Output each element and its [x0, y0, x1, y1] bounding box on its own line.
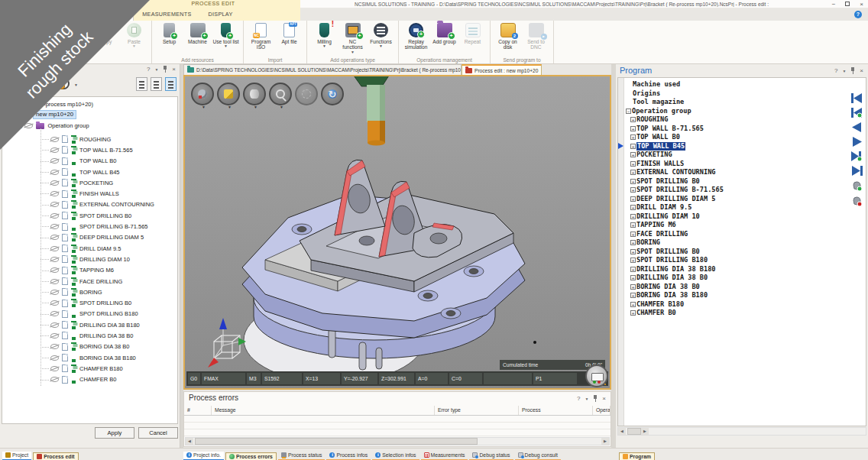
program-operation-row[interactable]: EXTERNAL CONTOURNING — [626, 168, 844, 177]
list-view-2-button[interactable] — [151, 77, 162, 91]
ribbon-button[interactable]: Functions ▼ — [367, 22, 395, 47]
info-tab[interactable]: Process errors — [225, 452, 277, 460]
info-tab[interactable]: Measurements — [421, 452, 468, 460]
column-header[interactable]: Operatio — [593, 406, 611, 415]
info-tab[interactable]: Process infos — [326, 452, 371, 460]
program-group-row[interactable]: Operation group — [626, 107, 844, 116]
info-tab[interactable]: Debug status — [469, 452, 513, 460]
scrollbar-thumb[interactable] — [195, 438, 478, 445]
operation-row[interactable]: SPOT DRILLING B0 — [45, 297, 176, 308]
visibility-eye-icon[interactable] — [50, 322, 59, 328]
visibility-eye-icon[interactable] — [50, 267, 59, 273]
panel-pin-icon[interactable] — [850, 67, 855, 74]
ribbon-button[interactable]: NC functions ▼ — [338, 22, 367, 53]
program-operation-row[interactable]: SPOT DRILLING B180 — [626, 256, 844, 265]
operation-row[interactable]: TOP WALL B45 — [45, 167, 176, 177]
visibility-eye-icon[interactable] — [50, 290, 59, 295]
ribbon-button[interactable]: Milling ▼ — [310, 22, 338, 47]
ribbon-button[interactable]: Add group — [430, 22, 458, 44]
program-operation-row[interactable]: SPOT DRILLING B0 — [626, 177, 844, 186]
column-header[interactable]: Error type — [435, 406, 519, 415]
horizontal-scrollbar[interactable]: ◀ ▶ — [185, 437, 610, 445]
expand-box-icon[interactable] — [630, 205, 636, 210]
program-operation-row[interactable]: BORING DIA 38 B180 — [626, 291, 844, 300]
visibility-eye-icon[interactable] — [50, 170, 59, 175]
scrollbar-thumb[interactable] — [627, 428, 641, 435]
grab-add-icon[interactable] — [851, 180, 863, 191]
visibility-eye-icon[interactable] — [50, 158, 59, 164]
visibility-eye-icon[interactable] — [50, 366, 59, 371]
go-to-start-icon[interactable] — [851, 93, 863, 103]
expand-box-icon[interactable] — [630, 134, 636, 140]
chevron-down-icon[interactable]: ▼ — [74, 83, 78, 87]
expand-box-icon[interactable] — [630, 187, 636, 193]
help-icon[interactable]: ? — [854, 11, 862, 18]
expand-box-icon[interactable] — [630, 293, 636, 298]
tab-process-edit[interactable]: Process edit : new mp10+20 — [462, 64, 542, 75]
visibility-eye-icon[interactable] — [50, 213, 59, 219]
operation-row[interactable]: SPOT DRILLING B-71.565 — [45, 221, 176, 232]
tool-button[interactable]: ▼ — [243, 83, 266, 105]
operation-row[interactable]: FACE DRILLING — [45, 276, 176, 287]
expand-box-icon[interactable] — [630, 161, 636, 167]
tree-group-node[interactable]: ◢ Operation group — [18, 122, 89, 129]
ribbon-button[interactable]: Use tool list ▼ — [212, 22, 240, 47]
play-to-next-icon[interactable] — [851, 151, 863, 161]
visibility-eye-icon[interactable] — [50, 333, 59, 339]
program-panel-tab[interactable]: Program — [619, 452, 655, 460]
expand-box-icon[interactable] — [630, 170, 636, 175]
visibility-eye-icon[interactable] — [50, 279, 59, 284]
expand-box-icon[interactable] — [630, 214, 636, 219]
visibility-eye-icon[interactable] — [50, 137, 59, 142]
program-operation-row[interactable]: BORING DIA 38 B0 — [626, 283, 844, 292]
program-static-row[interactable]: Machine used — [626, 80, 844, 89]
operation-row[interactable]: BORING DIA 38 B180 — [45, 352, 176, 363]
visibility-eye-icon[interactable] — [50, 235, 59, 240]
program-operation-row[interactable]: FINISH WALLS — [626, 160, 844, 169]
panel-help-icon[interactable]: ? — [147, 66, 150, 73]
expand-box-icon[interactable] — [630, 222, 636, 228]
operation-row[interactable]: DRILL DIAM 9.5 — [45, 243, 176, 254]
list-view-3-button[interactable] — [165, 77, 177, 91]
program-operation-row[interactable]: DRILLING DIAM 10 — [626, 212, 844, 222]
play-icon[interactable] — [851, 137, 863, 147]
go-to-start-add-icon[interactable] — [851, 108, 863, 118]
operation-row[interactable]: ROUGHING — [45, 134, 176, 144]
panel-pin-icon[interactable] — [593, 395, 598, 402]
operation-row[interactable]: BORING DIA 38 B0 — [45, 342, 176, 352]
operation-row[interactable]: TAPPING M6 — [45, 265, 176, 276]
ribbon-button[interactable]: Replay simulation — [402, 22, 430, 50]
workspace-tab[interactable]: Process edit — [33, 452, 78, 460]
scroll-left-icon[interactable]: ◀ — [618, 428, 626, 435]
zoom-button[interactable]: ▼ — [269, 83, 292, 105]
operation-row[interactable]: CHAMFER B0 — [45, 374, 176, 385]
program-operation-row[interactable]: BORING — [626, 238, 844, 248]
program-operation-row[interactable]: TOP WALL B45 — [626, 142, 844, 151]
tab-project-file[interactable]: D:\Data\SPRING TECHNOLOGIES\NCSIMUL SOLU… — [183, 64, 462, 75]
ribbon-button[interactable]: Paste ▼ — [120, 22, 148, 47]
program-operation-row[interactable]: TAPPING M6 — [626, 221, 844, 230]
info-tab[interactable]: Selection infos — [372, 452, 419, 460]
machine-state-icon[interactable] — [585, 364, 608, 387]
panel-collapse-icon[interactable]: ▼ — [154, 67, 158, 72]
expand-box-icon[interactable] — [630, 152, 636, 157]
column-header[interactable]: # — [184, 406, 212, 415]
scroll-right-icon[interactable]: ▶ — [601, 438, 609, 445]
expand-box-icon[interactable] — [630, 117, 636, 122]
operation-row[interactable]: SPOT DRILLING B180 — [45, 309, 176, 319]
operation-row[interactable]: CHAMFER B180 — [45, 363, 176, 374]
program-operation-row[interactable]: CHAMFER B180 — [626, 300, 844, 309]
program-static-row[interactable]: Origins — [626, 89, 844, 99]
apply-button[interactable]: Apply — [95, 427, 134, 439]
panel-collapse-icon[interactable]: ▼ — [585, 397, 588, 401]
panel-help-icon[interactable]: ? — [577, 395, 580, 402]
selection-button[interactable] — [295, 83, 318, 105]
operation-row[interactable]: EXTERNAL CONTOURNING — [45, 199, 176, 210]
scroll-right-icon[interactable]: ▶ — [641, 428, 649, 435]
column-header[interactable]: Message — [212, 406, 435, 415]
info-tab[interactable]: Process status — [278, 452, 326, 460]
visibility-eye-icon[interactable] — [50, 311, 59, 316]
visibility-eye-icon[interactable] — [50, 257, 59, 262]
program-operation-row[interactable]: FACE DRILLING — [626, 230, 844, 239]
ribbon-button[interactable]: Copy on disk — [494, 22, 522, 50]
